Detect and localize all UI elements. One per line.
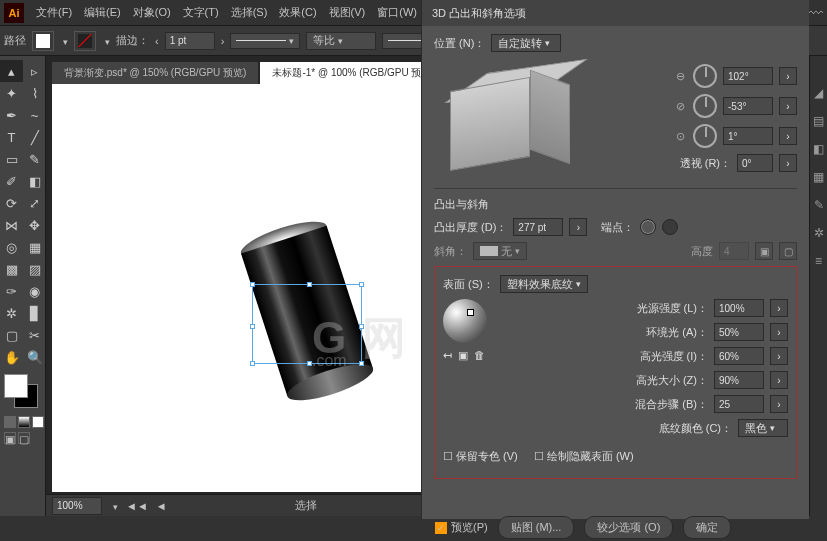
libraries-icon[interactable]: ▤ [813, 114, 824, 128]
lasso-tool[interactable]: ⌇ [23, 82, 46, 104]
right-panel-rail: ◢ ▤ ◧ ▦ ✎ ✲ ≡ [809, 56, 827, 516]
perspective-tool[interactable]: ▦ [23, 236, 46, 258]
shape-builder-tool[interactable]: ◎ [0, 236, 23, 258]
brushes-icon[interactable]: ✎ [814, 198, 824, 212]
bevel-dropdown[interactable]: 无 [473, 242, 527, 260]
rot-y-dial[interactable] [693, 94, 717, 118]
preserve-spot-checkbox[interactable]: ☐ 保留专色 (V) [443, 449, 518, 464]
highlight-intensity-input[interactable] [714, 347, 764, 365]
shaper-tool[interactable]: ✐ [0, 170, 23, 192]
mesh-tool[interactable]: ▩ [0, 258, 23, 280]
zoom-input[interactable] [52, 497, 102, 515]
graph-tool[interactable]: ▊ [23, 302, 46, 324]
doc-tab-2[interactable]: 未标题-1* @ 100% (RGB/GPU 预 [260, 62, 433, 84]
width-profile-dropdown[interactable] [230, 33, 300, 49]
map-art-button[interactable]: 贴图 (M)... [498, 516, 575, 539]
gradient-tool[interactable]: ▨ [23, 258, 46, 280]
highlight-size-input[interactable] [714, 371, 764, 389]
free-transform-tool[interactable]: ✥ [23, 214, 46, 236]
rectangle-tool[interactable]: ▭ [0, 148, 23, 170]
menu-file[interactable]: 文件(F) [30, 3, 78, 22]
rot-x-dial[interactable] [693, 64, 717, 88]
menu-object[interactable]: 对象(O) [127, 3, 177, 22]
light-delete-icon[interactable]: 🗑 [474, 349, 485, 362]
pen-tool[interactable]: ✒ [0, 104, 23, 126]
ai-logo: Ai [4, 3, 24, 23]
light-sphere[interactable] [443, 299, 487, 343]
curvature-tool[interactable]: ~ [23, 104, 46, 126]
3d-options-dialog: 3D 凸出和斜角选项 位置 (N)： 自定旋转 ⊖› ⊘› ⊙› 透视 (R)：… [421, 0, 809, 519]
menu-effect[interactable]: 效果(C) [273, 3, 322, 22]
width-tool[interactable]: ⋈ [0, 214, 23, 236]
fill-swatch[interactable] [32, 31, 54, 51]
draw-hidden-checkbox[interactable]: ☐ 绘制隐藏表面 (W) [534, 449, 634, 464]
hand-tool[interactable]: ✋ [0, 346, 23, 368]
rot-z-dial[interactable] [693, 124, 717, 148]
gpu-icon[interactable]: 〰 [809, 5, 823, 21]
rot-z-input[interactable] [723, 127, 773, 145]
rot-z-more[interactable]: › [779, 127, 797, 145]
stroke-swatch[interactable] [74, 31, 96, 51]
gradient-mode[interactable] [18, 416, 30, 428]
eyedropper-tool[interactable]: ✑ [0, 280, 23, 302]
menu-view[interactable]: 视图(V) [323, 3, 372, 22]
scale-tool[interactable]: ⤢ [23, 192, 46, 214]
persp-more[interactable]: › [779, 154, 797, 172]
uniform-dropdown[interactable]: 等比 [306, 32, 376, 50]
light-back-icon[interactable]: ↤ [443, 349, 452, 362]
direct-selection-tool[interactable]: ▹ [23, 60, 46, 82]
fill-stroke-colors[interactable] [4, 374, 40, 410]
screen-full[interactable]: ▢ [18, 432, 30, 444]
zoom-tool[interactable]: 🔍 [23, 346, 46, 368]
position-dropdown[interactable]: 自定旋转 [491, 34, 561, 52]
artboard-tool[interactable]: ▢ [0, 324, 23, 346]
nav-prev-icon[interactable]: ◄◄ [126, 500, 148, 512]
swatches-icon[interactable]: ▦ [813, 170, 824, 184]
none-mode[interactable] [32, 416, 44, 428]
cap-off-button[interactable] [662, 219, 678, 235]
stroke-panel-icon[interactable]: ≡ [815, 254, 822, 268]
preview-checkbox[interactable]: ✓预览(P) [435, 520, 488, 535]
menu-select[interactable]: 选择(S) [225, 3, 274, 22]
menu-edit[interactable]: 编辑(E) [78, 3, 127, 22]
type-tool[interactable]: T [0, 126, 23, 148]
line-tool[interactable]: ╱ [23, 126, 46, 148]
rotation-cube-preview[interactable] [440, 64, 570, 184]
perspective-input[interactable] [737, 154, 773, 172]
selection-tool[interactable]: ▴ [0, 60, 23, 82]
menu-window[interactable]: 窗口(W) [371, 3, 423, 22]
rot-x-input[interactable] [723, 67, 773, 85]
color-mode[interactable] [4, 416, 16, 428]
surface-dropdown[interactable]: 塑料效果底纹 [500, 275, 588, 293]
light-new-icon[interactable]: ▣ [458, 349, 468, 362]
stroke-width-input[interactable] [165, 32, 215, 50]
cap-on-button[interactable] [640, 219, 656, 235]
rotate-tool[interactable]: ⟳ [0, 192, 23, 214]
shade-color-dropdown[interactable]: 黑色 [738, 419, 788, 437]
stepper-down-icon[interactable]: ‹ [155, 35, 159, 47]
rot-y-more[interactable]: › [779, 97, 797, 115]
stepper-up-icon[interactable]: › [221, 35, 225, 47]
magic-wand-tool[interactable]: ✦ [0, 82, 23, 104]
light-intensity-input[interactable] [714, 299, 764, 317]
rot-y-input[interactable] [723, 97, 773, 115]
nav-first-icon[interactable]: ◄ [156, 500, 167, 512]
slice-tool[interactable]: ✂ [23, 324, 46, 346]
rot-x-more[interactable]: › [779, 67, 797, 85]
blend-steps-input[interactable] [714, 395, 764, 413]
ambient-input[interactable] [714, 323, 764, 341]
blend-tool[interactable]: ◉ [23, 280, 46, 302]
eraser-tool[interactable]: ◧ [23, 170, 46, 192]
brush-tool[interactable]: ✎ [23, 148, 46, 170]
symbol-spray-tool[interactable]: ✲ [0, 302, 23, 324]
depth-input[interactable] [513, 218, 563, 236]
fewer-options-button[interactable]: 较少选项 (O) [584, 516, 673, 539]
symbols-icon[interactable]: ✲ [814, 226, 824, 240]
layers-icon[interactable]: ◧ [813, 142, 824, 156]
screen-normal[interactable]: ▣ [4, 432, 16, 444]
doc-tab-1[interactable]: 背景渐变.psd* @ 150% (RGB/GPU 预览) [52, 62, 258, 84]
axis-y-icon: ⊘ [673, 99, 687, 113]
properties-icon[interactable]: ◢ [814, 86, 823, 100]
menu-type[interactable]: 文字(T) [177, 3, 225, 22]
ok-button[interactable]: 确定 [683, 516, 731, 539]
